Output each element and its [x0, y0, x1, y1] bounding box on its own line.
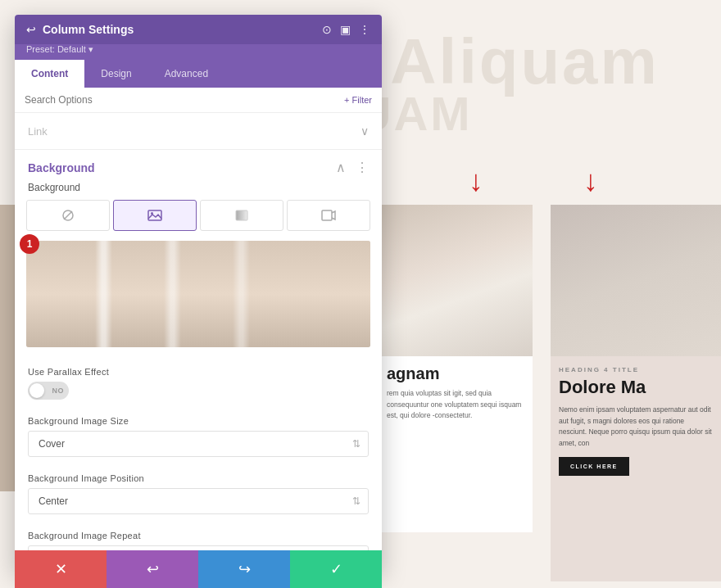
background-section: Background ∧ ⋮ Background	[15, 150, 382, 572]
background-preview: 1	[26, 241, 370, 347]
position-select[interactable]: Center Top Left Top Center Top Right	[28, 488, 369, 514]
card-left-content: agnam rem quia voluptas sit igit, sed qu…	[377, 356, 533, 430]
undo-button[interactable]: ↩	[107, 550, 198, 588]
background-field-label: Background	[15, 182, 382, 200]
left-edge-strip	[0, 205, 15, 491]
redo-icon: ↪	[238, 560, 251, 578]
card-right-image	[551, 205, 721, 356]
arrow-down-2: ↓	[583, 164, 598, 198]
link-section[interactable]: Link ∨	[15, 113, 382, 150]
tab-content[interactable]: Content	[15, 60, 84, 88]
svg-rect-5	[322, 210, 332, 220]
link-expand-icon: ∨	[360, 124, 369, 138]
preset-label[interactable]: Preset: Default ▾	[15, 44, 382, 60]
card-right-text: Nemo enim ipsam voluptatem aspernatur au…	[559, 405, 713, 449]
card-right-content: HEADING 4 TITLE Dolore Ma Nemo enim ipsa…	[551, 356, 721, 486]
background-section-title: Background	[28, 161, 95, 174]
parallax-row: Use Parallax Effect NO	[15, 359, 382, 408]
preview-candles	[26, 241, 370, 347]
svg-rect-4	[236, 210, 247, 220]
panel-header-right: ⊙ ▣ ⋮	[322, 23, 370, 36]
search-bar: + Filter	[15, 88, 382, 113]
card-left-image	[377, 205, 533, 356]
parallax-toggle[interactable]: NO	[28, 382, 69, 400]
card-left-text: rem quia voluptas sit igit, sed quia con…	[387, 388, 523, 422]
link-label: Link	[28, 125, 48, 138]
bg-type-none[interactable]	[26, 200, 110, 231]
toggle-label: NO	[52, 387, 65, 395]
tab-design[interactable]: Design	[84, 60, 147, 88]
position-label: Background Image Position	[28, 473, 369, 483]
size-label: Background Image Size	[28, 416, 369, 426]
card-right-title: Dolore Ma	[559, 377, 713, 398]
panel-title: Column Settings	[43, 23, 134, 36]
back-icon[interactable]: ↩	[26, 23, 36, 36]
preview-badge: 1	[20, 234, 39, 254]
undo-icon: ↩	[147, 560, 159, 578]
tab-advanced[interactable]: Advanced	[148, 60, 224, 88]
background-header-controls: ∧ ⋮	[336, 160, 369, 175]
bg-type-video[interactable]	[287, 200, 370, 231]
card-right: HEADING 4 TITLE Dolore Ma Nemo enim ipsa…	[551, 205, 721, 581]
search-input[interactable]	[25, 94, 338, 106]
card-right-heading: HEADING 4 TITLE	[559, 366, 713, 373]
svg-line-1	[64, 211, 72, 219]
more-options-icon[interactable]: ⋮	[356, 160, 369, 175]
card-left: agnam rem quia voluptas sit igit, sed qu…	[377, 205, 533, 532]
repeat-label: Background Image Repeat	[28, 531, 369, 541]
action-bar: ✕ ↩ ↪ ✓	[15, 550, 382, 588]
redo-button[interactable]: ↪	[198, 550, 290, 588]
bg-type-image[interactable]	[113, 200, 197, 231]
background-section-header[interactable]: Background ∧ ⋮	[15, 150, 382, 182]
bg-type-gradient[interactable]	[200, 200, 283, 231]
size-select-wrap: Cover Contain Auto	[28, 431, 369, 457]
toggle-knob	[29, 383, 44, 398]
panel-body: Link ∨ Background ∧ ⋮ Background	[15, 113, 382, 572]
save-icon: ✓	[330, 560, 342, 578]
collapse-icon[interactable]: ∧	[336, 160, 346, 175]
panel-tabs: Content Design Advanced	[15, 60, 382, 88]
delete-button[interactable]: ✕	[15, 550, 107, 588]
column-settings-panel: ↩ Column Settings ⊙ ▣ ⋮ Preset: Default …	[15, 15, 382, 572]
panel-header: ↩ Column Settings ⊙ ▣ ⋮	[15, 15, 382, 44]
position-row: Background Image Position Center Top Lef…	[15, 465, 382, 522]
background-type-tabs	[15, 200, 382, 241]
background-preview-image[interactable]	[26, 241, 370, 347]
arrow-down-1: ↓	[469, 164, 483, 198]
columns-icon[interactable]: ▣	[340, 23, 351, 36]
parallax-label: Use Parallax Effect	[28, 367, 369, 377]
size-select[interactable]: Cover Contain Auto	[28, 431, 369, 457]
delete-icon: ✕	[55, 560, 67, 578]
card-left-title: agnam	[387, 364, 523, 383]
size-row: Background Image Size Cover Contain Auto	[15, 408, 382, 465]
settings-icon[interactable]: ⊙	[322, 23, 332, 36]
more-icon[interactable]: ⋮	[359, 23, 370, 36]
parallax-toggle-wrap: NO	[28, 382, 369, 400]
filter-button[interactable]: + Filter	[344, 95, 372, 105]
position-select-wrap: Center Top Left Top Center Top Right	[28, 488, 369, 514]
card-right-button[interactable]: CLICK HERE	[559, 457, 629, 476]
panel-header-left: ↩ Column Settings	[26, 23, 134, 36]
save-button[interactable]: ✓	[290, 550, 382, 588]
